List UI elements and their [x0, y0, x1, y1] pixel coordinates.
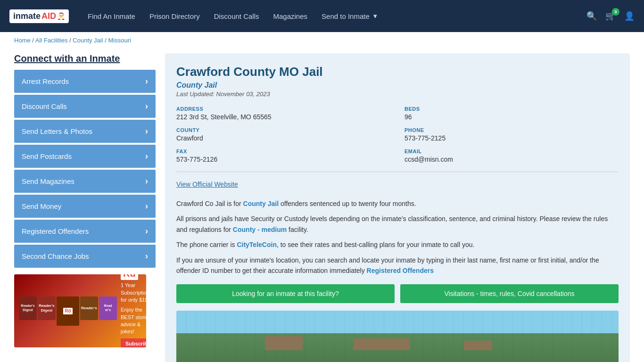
sidebar-item-send-magazines[interactable]: Send Magazines › — [14, 170, 156, 193]
sidebar-title: Connect with an Inmate — [14, 53, 156, 64]
sidebar-item-arrest-records[interactable]: Arrest Records › — [14, 70, 156, 93]
chevron-right-icon: › — [145, 176, 148, 186]
sidebar: Connect with an Inmate Arrest Records › … — [14, 53, 156, 362]
sidebar-item-send-money[interactable]: Send Money › — [14, 195, 156, 218]
sidebar-item-send-letters[interactable]: Send Letters & Photos › — [14, 120, 156, 143]
breadcrumb-missouri[interactable]: Missouri — [108, 37, 131, 44]
chevron-right-icon: › — [145, 226, 148, 236]
main-layout: Connect with an Inmate Arrest Records › … — [0, 49, 644, 362]
dropdown-chevron-icon: ▾ — [373, 12, 377, 20]
sidebar-item-registered-offenders[interactable]: Registered Offenders › — [14, 220, 156, 243]
account-button[interactable]: 👤 — [624, 11, 635, 21]
facility-aerial-photo — [176, 311, 619, 362]
chevron-right-icon: › — [145, 251, 148, 261]
nav-send-to-inmate[interactable]: Send to Inmate ▾ — [322, 12, 377, 20]
facility-title: Crawford County MO Jail — [176, 65, 619, 79]
ad-cover-1: Reader'sDigest — [19, 296, 37, 320]
ad-line1: 1 Year Subscription for only $19.98 — [121, 282, 146, 304]
advertisement-banner: Reader'sDigest Reader'sDigest Rd Reader'… — [14, 274, 146, 347]
facility-info-grid: ADDRESS 212 3rd St, Steelville, MO 65565… — [176, 106, 619, 172]
subscribe-button[interactable]: Subscribe Now — [121, 338, 146, 347]
email-field: EMAIL ccsd@misn.com — [405, 148, 619, 163]
cart-badge: 0 — [612, 8, 619, 16]
readers-digest-logo: Rd — [121, 274, 138, 280]
beds-field: BEDS 96 — [405, 106, 619, 121]
ad-cover-main: Rd — [57, 296, 79, 326]
ad-magazine-covers: Reader'sDigest Reader'sDigest Rd Reader'… — [19, 296, 117, 326]
ad-cover-3: Reader's — [80, 296, 98, 320]
email-value: ccsd@misn.com — [405, 156, 619, 163]
user-icon: 👤 — [624, 11, 635, 21]
sidebar-item-label: Send Money — [22, 202, 61, 210]
chevron-right-icon: › — [145, 126, 148, 136]
building-shape-1 — [265, 336, 303, 350]
county-label: COUNTY — [176, 127, 390, 133]
facility-content: Crawford County MO Jail County Jail Last… — [165, 53, 630, 362]
nav-find-inmate[interactable]: Find An Inmate — [88, 12, 135, 20]
facility-last-updated: Last Updated: November 03, 2023 — [176, 90, 619, 98]
beds-label: BEDS — [405, 106, 619, 112]
sidebar-item-label: Send Magazines — [22, 177, 74, 185]
chevron-right-icon: › — [145, 201, 148, 211]
registered-offenders-link[interactable]: Registered Offenders — [367, 267, 434, 274]
search-button[interactable]: 🔍 — [586, 11, 597, 21]
county-value: Crawford — [176, 134, 390, 142]
chevron-right-icon: › — [145, 151, 148, 161]
visitations-button[interactable]: Visitations - times, rules, Covid cancel… — [400, 284, 619, 303]
sidebar-item-label: Registered Offenders — [22, 227, 89, 235]
logo-inmate-text: inmate — [13, 11, 41, 21]
search-icon: 🔍 — [586, 11, 597, 21]
breadcrumb-county-jail[interactable]: County Jail — [73, 37, 103, 44]
desc-paragraph-1: Crawford Co Jail is for County Jail offe… — [176, 198, 619, 209]
nav-prison-directory[interactable]: Prison Directory — [149, 12, 200, 20]
official-website-link[interactable]: View Official Website — [176, 181, 238, 188]
fax-field: FAX 573-775-2126 — [176, 148, 390, 163]
sidebar-item-send-postcards[interactable]: Send Postcards › — [14, 145, 156, 168]
address-value: 212 3rd St, Steelville, MO 65565 — [176, 113, 390, 121]
email-label: EMAIL — [405, 148, 619, 154]
chevron-right-icon: › — [145, 76, 148, 86]
fax-value: 573-775-2126 — [176, 156, 390, 163]
main-navigation: inmate AID 🎅 Find An Inmate Prison Direc… — [0, 0, 644, 32]
facility-type: County Jail — [176, 81, 619, 90]
desc-paragraph-4: If you are unsure of your inmate's locat… — [176, 255, 619, 276]
logo-aid-text: AID — [41, 11, 56, 21]
sidebar-item-discount-calls[interactable]: Discount Calls › — [14, 95, 156, 118]
fax-label: FAX — [176, 148, 390, 154]
nav-magazines[interactable]: Magazines — [273, 12, 308, 20]
phone-label: PHONE — [405, 127, 619, 133]
ad-text-content: Rd 1 Year Subscription for only $19.98 E… — [121, 274, 146, 347]
sidebar-item-label: Send Postcards — [22, 152, 72, 160]
county-field: COUNTY Crawford — [176, 127, 390, 142]
citytelecoin-link[interactable]: CityTeleCoin — [237, 241, 277, 248]
desc-paragraph-3: The phone carrier is CityTeleCoin, to se… — [176, 239, 619, 250]
chevron-right-icon: › — [145, 101, 148, 111]
sidebar-item-second-chance-jobs[interactable]: Second Chance Jobs › — [14, 245, 156, 268]
building-shape-3 — [464, 341, 492, 350]
county-medium-link[interactable]: County - medium — [233, 226, 287, 233]
sidebar-item-label: Second Chance Jobs — [22, 252, 89, 260]
nav-discount-calls[interactable]: Discount Calls — [214, 12, 259, 20]
breadcrumb-all-facilities[interactable]: All Facilities — [35, 37, 68, 44]
cart-button[interactable]: 🛒 0 — [605, 11, 616, 21]
county-jail-link[interactable]: County Jail — [243, 200, 279, 207]
breadcrumb: Home / All Facilities / County Jail / Mi… — [0, 32, 644, 49]
logo-container[interactable]: inmate AID 🎅 — [9, 9, 69, 23]
ad-line2: Enjoy the BEST stories, advice & jokes! — [121, 306, 146, 336]
breadcrumb-home[interactable]: Home — [14, 37, 31, 44]
sidebar-item-label: Discount Calls — [22, 102, 67, 110]
nav-icons-container: 🔍 🛒 0 👤 — [586, 11, 635, 21]
desc-paragraph-2: All prisons and jails have Security or C… — [176, 214, 619, 235]
santa-hat-icon: 🎅 — [57, 12, 65, 20]
sidebar-item-label: Arrest Records — [22, 77, 69, 85]
action-buttons: Looking for an inmate at this facility? … — [176, 284, 619, 303]
nav-links-container: Find An Inmate Prison Directory Discount… — [88, 12, 586, 20]
find-inmate-button[interactable]: Looking for an inmate at this facility? — [176, 284, 395, 303]
phone-field: PHONE 573-775-2125 — [405, 127, 619, 142]
beds-value: 96 — [405, 113, 619, 121]
photo-overlay — [176, 311, 619, 362]
ad-cover-2: Reader'sDigest — [38, 296, 56, 320]
address-label: ADDRESS — [176, 106, 390, 112]
sidebar-item-label: Send Letters & Photos — [22, 127, 92, 135]
building-shape-2 — [353, 338, 410, 350]
